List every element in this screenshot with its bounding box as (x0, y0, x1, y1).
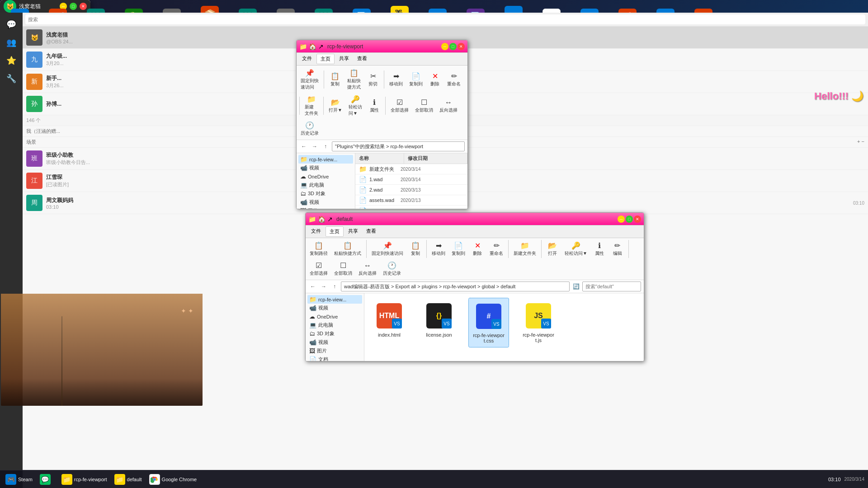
file-row-newfolder[interactable]: 📁 新建文件夹 2020/3/14 (355, 164, 467, 174)
tree-item-video2[interactable]: 📹 视频 (307, 338, 362, 347)
taskbar-app-wechat[interactable]: 💬 (36, 471, 58, 488)
minimize-button[interactable]: ─ (441, 43, 448, 50)
wechat-scene[interactable]: 场景 + − (23, 137, 90, 148)
toolbar-open-btn[interactable]: 📂 打开 (544, 240, 561, 258)
close-button[interactable]: ✕ (458, 43, 465, 50)
toolbar-open-btn[interactable]: 📂 打开▼ (326, 97, 344, 115)
toolbar-pasteshortcut-btn[interactable]: 📋 粘贴快捷方式 (332, 240, 363, 258)
toolbar-pin-btn[interactable]: 📌 固定到快速访问 (369, 240, 406, 258)
file-row-assetswad[interactable]: 📄 assets.wad 2020/2/13 (355, 195, 467, 206)
taskbar-app-explorer1[interactable]: 📁 rcp-fe-viewport (58, 471, 111, 488)
toolbar-newfolder-btn[interactable]: 📁 新建文件夹 (302, 94, 321, 118)
wechat-favorites-icon[interactable]: ⭐ (3, 52, 19, 69)
file-row-descjson[interactable]: 📄 description.json 2020/3/14 (355, 206, 467, 209)
chat-item-sunbo[interactable]: 孙 孙博... (23, 93, 90, 115)
tab-share[interactable]: 共享 (344, 226, 362, 237)
forward-button[interactable]: → (319, 282, 328, 291)
toolbar-selectall-btn[interactable]: ☑ 全部选择 (388, 97, 411, 115)
chat-item-zhouwen[interactable]: 周 周文颖妈妈 03:10 03:10 (23, 192, 90, 214)
toolbar-invert-btn[interactable]: ↔ 反向选择 (356, 260, 379, 278)
tab-view[interactable]: 查看 (363, 226, 380, 237)
file-item-licensejson[interactable]: {} VS license.json (419, 298, 459, 347)
file-row-1wad[interactable]: 📄 1.wad 2020/3/14 (355, 174, 467, 185)
toolbar-props-btn[interactable]: ℹ 属性 (591, 240, 608, 258)
minimize-button[interactable]: ─ (618, 216, 625, 223)
toolbar-deselect-btn[interactable]: ☐ 全部取消 (332, 260, 354, 278)
chat-item-jiangxue[interactable]: 江 江雪琛 [已读图片] (23, 170, 90, 192)
toolbar-easyaccess-btn[interactable]: 🔑 轻松访问▼ (346, 94, 364, 118)
toolbar-copyto-btn[interactable]: 📄 复制到 (407, 70, 425, 89)
back-button[interactable]: ← (308, 282, 317, 291)
toolbar-copy-btn[interactable]: 📋 复制 (327, 70, 343, 89)
toolbar-copy-btn[interactable]: 📋 复制 (407, 240, 424, 258)
file-row-2wad[interactable]: 📄 2.wad 2020/3/13 (355, 185, 467, 195)
tab-file[interactable]: 文件 (298, 54, 316, 64)
toolbar-rename-btn[interactable]: ✏ 重命名 (445, 70, 463, 89)
tree-item-video[interactable]: 📹 视频 (298, 164, 353, 172)
toolbar-copypath-btn[interactable]: 📋 复制路径 (307, 240, 330, 258)
tree-item-onedrive[interactable]: ☁ OneDrive (298, 172, 353, 181)
tree-item-pictures[interactable]: 🖼 图片 (298, 206, 353, 209)
toolbar-delete-btn[interactable]: ✕ 删除 (427, 70, 443, 89)
taskbar-app-chrome[interactable]: Google Chrome (146, 471, 201, 488)
forward-button[interactable]: → (310, 142, 319, 151)
toolbar-props-btn[interactable]: ℹ 属性 (366, 97, 382, 115)
wechat-contacts-icon[interactable]: 👥 (3, 34, 19, 51)
maximize-button[interactable]: □ (626, 216, 633, 223)
wechat-work-icon[interactable]: 🔧 (3, 70, 19, 87)
toolbar-move-btn[interactable]: ➡ 移动到 (387, 70, 405, 89)
toolbar-newfolder-btn[interactable]: 📁 新建文件夹 (511, 240, 538, 258)
address-input[interactable] (332, 141, 465, 151)
toolbar-easyaccess-btn[interactable]: 🔑 轻松访问▼ (562, 240, 590, 258)
toolbar-selectall-btn[interactable]: ☑ 全部选择 (307, 260, 330, 278)
tab-home[interactable]: 主页 (326, 226, 344, 237)
address-input-bottom[interactable] (341, 282, 570, 291)
tree-item-3d[interactable]: 🗂 3D 对象 (298, 189, 353, 198)
chat-item-banjizhu[interactable]: 班 班级小助教 班级小助教今日告... (23, 148, 90, 170)
tab-file[interactable]: 文件 (307, 226, 325, 237)
taskbar-app-explorer2[interactable]: 📁 default (111, 471, 146, 488)
maximize-button[interactable]: □ (449, 43, 457, 50)
tree-item-video2[interactable]: 📹 视频 (298, 198, 353, 206)
toolbar-cut-btn[interactable]: ✂ 剪切 (365, 70, 381, 89)
search-input[interactable] (582, 282, 641, 291)
tree-item-3d[interactable]: 🗂 3D 对象 (307, 329, 362, 338)
chat-item-jiunianj[interactable]: 九 九年级... 3月20... (23, 49, 90, 71)
close-button[interactable]: ✕ (634, 216, 641, 223)
file-item-rcpjs[interactable]: JS VS rcp-fe-viewport.js (518, 298, 559, 347)
up-button[interactable]: ↑ (330, 282, 339, 291)
chat-item-xinshou[interactable]: 新 新手... 3月26... (23, 71, 90, 93)
tree-item-pictures[interactable]: 🖼 图片 (307, 347, 362, 355)
tree-item-rcpfe[interactable]: 📁 rcp-fe-view... (307, 295, 362, 304)
wechat-messages-icon[interactable]: 💬 (3, 16, 19, 33)
refresh-button[interactable]: 🔄 (571, 282, 580, 291)
toolbar-paste-btn[interactable]: 📋 粘贴快捷方式 (345, 67, 363, 92)
up-button[interactable]: ↑ (321, 142, 330, 151)
toolbar-history-btn[interactable]: 🕐 历史记录 (298, 120, 321, 138)
tree-item-thispc[interactable]: 💻 此电脑 (307, 321, 362, 329)
toolbar-deselect-btn[interactable]: ☐ 全部取消 (413, 97, 435, 115)
toolbar-edit-btn[interactable]: ✏ 编辑 (609, 240, 626, 258)
tree-item-rcpfe[interactable]: 📁 rcp-fe-view... (298, 155, 353, 164)
toolbar-pin-btn[interactable]: 📌 固定到快速访问 (298, 67, 321, 92)
tree-item-thispc[interactable]: 💻 此电脑 (298, 181, 353, 189)
toolbar-copyto-btn[interactable]: 📄 复制到 (449, 240, 467, 258)
tree-item-video[interactable]: 📹 视频 (307, 304, 362, 312)
file-item-rcpcss[interactable]: # VS rcp-fe-viewport.css (468, 298, 509, 347)
taskbar-app-steam[interactable]: 🎮 Steam (2, 471, 36, 488)
toolbar-move-btn[interactable]: ➡ 移动到 (429, 240, 448, 258)
wechat-wo-label[interactable]: 我（汪涵的赠... (23, 126, 90, 137)
toolbar-history-btn[interactable]: 🕐 历史记录 (381, 260, 403, 278)
wechat-search-input[interactable] (25, 14, 90, 24)
file-item-indexhtml[interactable]: HTML VS index.html (369, 298, 410, 347)
tree-item-docs[interactable]: 📄 文档 (307, 355, 362, 361)
toolbar-rename-btn[interactable]: ✏ 重命名 (487, 240, 505, 258)
chat-item-qianwo[interactable]: 😺 浅窝老猫 @OBS 24... (23, 27, 90, 49)
back-button[interactable]: ← (299, 142, 308, 151)
tree-item-onedrive[interactable]: ☁ OneDrive (307, 312, 362, 321)
tab-share[interactable]: 共享 (335, 54, 353, 64)
toolbar-delete-btn[interactable]: ✕ 删除 (469, 240, 486, 258)
tab-home[interactable]: 主页 (316, 54, 335, 64)
tab-view[interactable]: 查看 (354, 54, 371, 64)
toolbar-invert-btn[interactable]: ↔ 反向选择 (437, 97, 460, 115)
